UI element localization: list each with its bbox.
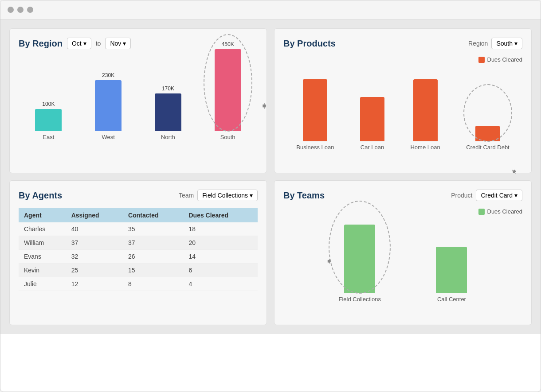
bar-credit-card-rect [475, 126, 500, 141]
by-agents-controls: Team Field Collections ▾ [179, 190, 258, 201]
agent-dues: 14 [183, 250, 258, 264]
bar-west-rect [95, 80, 122, 131]
region-chevron-icon: ▾ [514, 40, 517, 47]
agent-dues: 6 [183, 264, 258, 277]
bar-north: 170K North [155, 85, 181, 140]
agent-name: William [19, 236, 66, 250]
bar-south-label: South [220, 134, 235, 140]
from-chevron-icon: ▾ [83, 40, 86, 47]
agent-dues: 20 [183, 236, 258, 250]
product-dropdown[interactable]: Credit Card ▾ [476, 190, 522, 201]
from-month-value: Oct [72, 40, 82, 47]
team-text: Team [179, 192, 194, 199]
table-row: Evans 32 26 14 [19, 250, 258, 264]
bar-west-label: West [102, 134, 114, 140]
bar-south-rect [215, 49, 241, 131]
bar-call-center: Call Center [436, 247, 467, 303]
agent-assigned: 37 [66, 236, 123, 250]
by-agents-header: By Agents Team Field Collections ▾ [19, 190, 258, 201]
products-legend-label: Dues Cleared [487, 56, 523, 63]
teams-legend-label: Dues Cleared [487, 208, 523, 215]
agent-contacted: 35 [123, 222, 183, 236]
col-assigned: Assigned [66, 208, 123, 222]
bar-east: 100K East [35, 101, 62, 140]
by-region-title: By Region [19, 39, 63, 49]
team-dropdown[interactable]: Field Collections ▾ [197, 190, 258, 201]
agents-table-head: Agent Assigned Contacted Dues Cleared [19, 208, 258, 222]
bar-north-rect [155, 93, 181, 131]
bar-field-collections-label: Field Collections [339, 296, 381, 303]
by-agents-title: By Agents [19, 190, 62, 201]
by-products-header: By Products Region South ▾ [283, 38, 522, 49]
by-teams-panel: By Teams Product Credit Card ▾ Dues Clea… [274, 180, 532, 325]
region-to-products-arrow: ➧ [260, 100, 268, 112]
bar-car-loan-label: Car Loan [361, 144, 384, 151]
by-region-chart: 100K East 230K West 170K North [19, 56, 258, 154]
col-contacted: Contacted [123, 208, 183, 222]
agent-assigned: 40 [66, 222, 123, 236]
region-dropdown[interactable]: South ▾ [491, 38, 522, 49]
agents-table-body: Charles 40 35 18 William 37 37 20 Evans … [19, 222, 258, 291]
agent-contacted: 15 [123, 264, 183, 277]
agent-contacted: 8 [123, 277, 183, 291]
from-month-dropdown[interactable]: Oct ▾ [67, 38, 91, 49]
bar-car-loan: Car Loan [360, 97, 384, 151]
bar-business-loan-label: Business Loan [296, 144, 334, 151]
products-legend: Dues Cleared [283, 56, 522, 63]
table-row: Julie 12 8 4 [19, 277, 258, 291]
to-month-value: Nov [110, 40, 121, 47]
bar-south: 450K South [215, 41, 241, 140]
bar-home-loan-label: Home Loan [410, 144, 440, 151]
bar-east-value: 100K [42, 101, 55, 107]
bar-field-collections-rect [344, 225, 375, 293]
agent-dues: 18 [183, 222, 258, 236]
by-teams-controls: Product Credit Card ▾ [451, 190, 522, 201]
to-text: to [96, 40, 101, 47]
agent-assigned: 32 [66, 250, 123, 264]
teams-to-agents-arrow: ➧ [325, 256, 333, 266]
table-row: William 37 37 20 [19, 236, 258, 250]
teams-legend: Dues Cleared [283, 208, 522, 215]
agent-assigned: 12 [66, 277, 123, 291]
region-value: South [496, 40, 513, 47]
by-teams-title: By Teams [283, 190, 325, 201]
bar-south-value: 450K [222, 41, 234, 47]
window-dot-1 [8, 7, 14, 13]
bar-west-value: 230K [102, 72, 114, 78]
col-agent: Agent [19, 208, 66, 222]
window-dot-3 [27, 7, 33, 13]
by-teams-header: By Teams Product Credit Card ▾ [283, 190, 522, 201]
by-teams-chart: Field Collections ➧ Call Center [283, 218, 522, 316]
agent-contacted: 37 [123, 236, 183, 250]
bar-credit-card: Credit Card Debt [466, 126, 510, 151]
products-legend-color [478, 57, 485, 63]
to-chevron-icon: ▾ [123, 40, 126, 47]
agent-name: Kevin [19, 264, 66, 277]
dashboard: By Region Oct ▾ to Nov ▾ 100K East [0, 19, 541, 334]
product-text: Product [451, 192, 472, 199]
by-products-controls: Region South ▾ [468, 38, 522, 49]
bar-home-loan-rect [413, 79, 438, 141]
agent-name: Charles [19, 222, 66, 236]
bar-call-center-label: Call Center [437, 296, 466, 303]
bar-home-loan: Home Loan [410, 79, 440, 151]
agent-name: Evans [19, 250, 66, 264]
bar-west: 230K West [95, 72, 122, 140]
bar-east-rect [35, 109, 62, 131]
bar-north-value: 170K [162, 85, 174, 92]
bar-business-loan-rect [303, 79, 327, 141]
agent-assigned: 25 [66, 264, 123, 277]
by-agents-panel: By Agents Team Field Collections ▾ Agent… [9, 180, 267, 325]
window-dot-2 [17, 7, 24, 13]
bar-call-center-rect [436, 247, 467, 293]
agent-name: Julie [19, 277, 66, 291]
product-chevron-icon: ▾ [514, 192, 517, 199]
table-row: Charles 40 35 18 [19, 222, 258, 236]
team-value: Field Collections [202, 192, 248, 199]
to-month-dropdown[interactable]: Nov ▾ [105, 38, 131, 49]
main-window: By Region Oct ▾ to Nov ▾ 100K East [0, 0, 541, 392]
product-value: Credit Card [481, 192, 513, 199]
by-region-panel: By Region Oct ▾ to Nov ▾ 100K East [9, 28, 267, 173]
teams-legend-color [478, 209, 485, 215]
bar-north-label: North [161, 134, 175, 140]
